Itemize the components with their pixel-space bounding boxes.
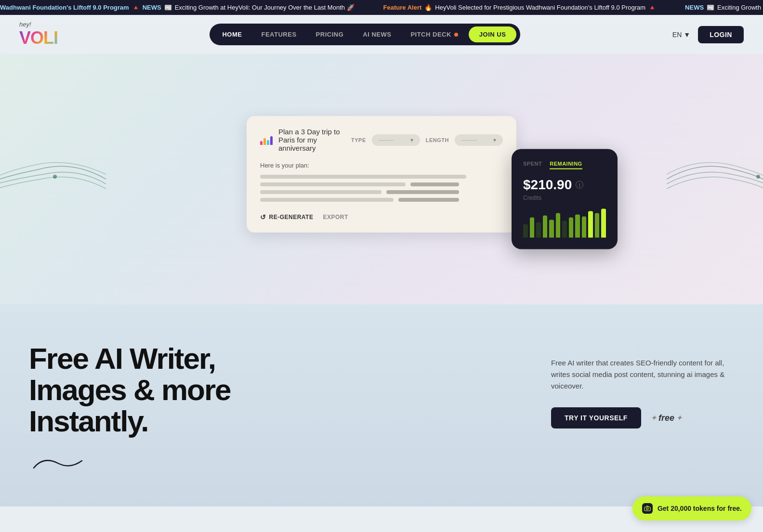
credits-card: SPENT REMAINING $210.90 i Credits [512,149,618,249]
svg-point-0 [53,175,57,179]
ticker-item: Wadhwani Foundation's Liftoff 9.0 Progra… [0,4,355,11]
swirl-decoration [29,451,87,475]
export-button[interactable]: EXPORT [323,214,348,221]
nav-item-pitchdeck[interactable]: PITCH DECK [402,27,466,42]
bottom-section: Free AI Writer, Images & more Instantly.… [0,304,763,506]
nav-item-pricing[interactable]: PRICING [307,27,353,42]
ticker-inner: Wadhwani Foundation's Liftoff 9.0 Progra… [0,4,763,11]
credits-tab-spent[interactable]: SPENT [523,161,542,169]
camera-icon [642,503,653,506]
join-button[interactable]: JOIN US [469,26,517,42]
credits-tabs: SPENT REMAINING [523,161,606,169]
nav-menu: HOME FEATURES PRICING AI NEWS PITCH DECK… [210,24,520,45]
nav-item-home[interactable]: HOME [213,27,250,42]
ticker-bar: Wadhwani Foundation's Liftoff 9.0 Progra… [0,0,763,15]
info-icon[interactable]: i [576,181,583,189]
nav-right: EN ▼ LOGIN [672,26,744,43]
credits-amount: $210.90 i [523,177,606,193]
ticker-item-2: Feature Alert 🔥 HeyVoli Selected for Pre… [383,4,657,11]
pitch-dot-icon [454,33,458,37]
main-card: Plan a 3 Day trip to Paris for my annive… [247,116,516,233]
card-prompt: Plan a 3 Day trip to Paris for my annive… [278,128,345,152]
card-body: Here is your plan: [260,162,503,202]
free-badge: ✦ free ✦ [651,413,682,423]
logo[interactable]: hey! VOLI [19,21,58,48]
hero-title: Free AI Writer, Images & more Instantly. [29,343,513,437]
hero-description: Free AI writer that creates SEO-friendly… [551,357,734,392]
card-controls: TYPE ──── ▾ LENGTH ──── ▾ [351,134,503,146]
credits-chart [523,209,606,238]
card-header: Plan a 3 Day trip to Paris for my annive… [260,128,503,152]
decorative-lines-left [0,131,106,227]
hero-section: Plan a 3 Day trip to Paris for my annive… [0,54,763,304]
try-button[interactable]: TRY IT YOURSELF [551,407,641,428]
token-badge-text: Get 20,000 tokens for free. [658,505,742,506]
bar-chart-icon [260,135,273,145]
token-badge[interactable]: Get 20,000 tokens for free. [632,496,751,506]
decorative-lines-right [667,131,763,227]
ticker-item-3: NEWS 📰 Exciting Growth at HeyVoli: Our J… [685,4,763,11]
cta-row: TRY IT YOURSELF ✦ free ✦ [551,407,734,428]
length-select[interactable]: ──── ▾ [455,134,503,146]
card-footer: ↺ RE-GENERATE EXPORT [260,213,503,221]
regenerate-button[interactable]: ↺ RE-GENERATE [260,213,313,221]
nav-item-ainews[interactable]: AI NEWS [354,27,400,42]
svg-point-2 [756,175,760,179]
logo-voli: VOLI [19,28,58,48]
lang-selector[interactable]: EN ▼ [672,31,690,39]
bottom-left: Free AI Writer, Images & more Instantly. [29,343,513,477]
logo-hey: hey! [19,21,31,28]
card-section-label: Here is your plan: [260,162,503,169]
navbar: hey! VOLI HOME FEATURES PRICING AI NEWS … [0,15,763,54]
type-select[interactable]: ──── ▾ [372,134,420,146]
nav-item-features[interactable]: FEATURES [252,27,305,42]
credits-tab-remaining[interactable]: REMAINING [550,161,582,169]
login-button[interactable]: LOGIN [698,26,744,43]
bottom-right: Free AI writer that creates SEO-friendly… [551,343,734,428]
credits-label: Credits [523,195,606,201]
